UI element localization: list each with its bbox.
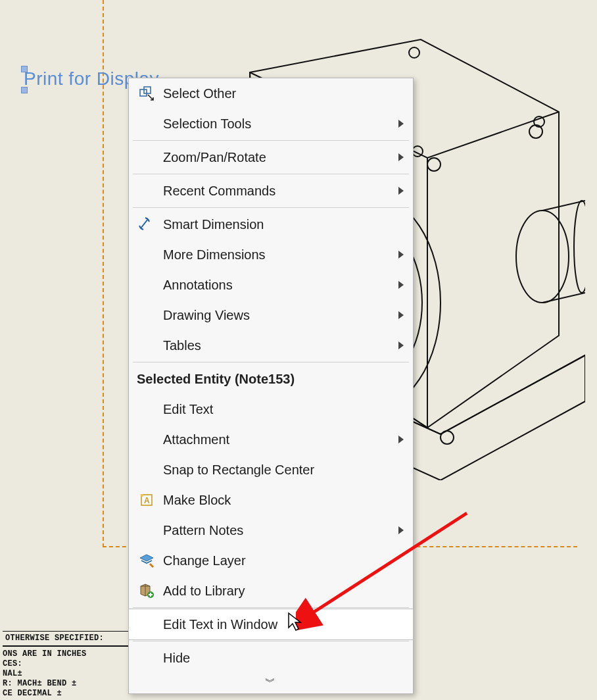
menu-select-other[interactable]: Select Other [129, 78, 413, 109]
menu-change-layer[interactable]: Change Layer [129, 545, 413, 576]
menu-recent-commands[interactable]: Recent Commands [129, 176, 413, 206]
menu-label: Tables [158, 338, 405, 353]
svg-point-7 [427, 158, 441, 171]
svg-rect-14 [140, 89, 147, 96]
svg-point-1 [574, 201, 585, 293]
menu-label: Make Block [158, 493, 405, 508]
menu-label: Annotations [158, 278, 405, 293]
menu-label: Recent Commands [158, 184, 405, 199]
menu-add-to-library[interactable]: Add to Library [129, 576, 413, 606]
menu-label: Edit Text in Window [158, 617, 405, 632]
menu-label: Zoom/Pan/Rotate [158, 150, 405, 165]
chevron-down-icon: ︾ [265, 676, 277, 688]
title-block: OTHERWISE SPECIFIED: ONS ARE IN INCHES C… [0, 628, 137, 700]
menu-label: Hide [158, 651, 405, 666]
svg-point-0 [516, 211, 569, 303]
select-other-icon [135, 86, 158, 101]
menu-label: Edit Text [158, 402, 405, 417]
menu-hide[interactable]: Hide [129, 643, 413, 673]
menu-more-dimensions[interactable]: More Dimensions [129, 239, 413, 270]
menu-annotations[interactable]: Annotations [129, 270, 413, 300]
svg-point-18 [141, 494, 143, 497]
title-block-header: OTHERWISE SPECIFIED: [3, 631, 134, 646]
menu-smart-dimension[interactable]: Smart Dimension [129, 209, 413, 239]
drawing-canvas[interactable]: Print for Display OTHERWISE SPECIFIED: O… [0, 0, 597, 700]
menu-separator [133, 140, 409, 141]
context-menu: Select Other Selection Tools Zoom/Pan/Ro… [128, 78, 414, 694]
menu-zoom-pan-rotate[interactable]: Zoom/Pan/Rotate [129, 142, 413, 172]
menu-selection-tools[interactable]: Selection Tools [129, 109, 413, 139]
menu-edit-text[interactable]: Edit Text [129, 394, 413, 424]
menu-label: Select Other [158, 86, 405, 101]
menu-expand-button[interactable]: ︾ [129, 673, 413, 693]
menu-label: Drawing Views [158, 308, 405, 323]
menu-label: Snap to Rectangle Center [158, 463, 405, 478]
smart-dimension-icon [135, 216, 158, 232]
make-block-icon: A [135, 492, 158, 508]
menu-attachment[interactable]: Attachment [129, 424, 413, 455]
menu-separator [133, 641, 409, 641]
menu-section-header: Selected Entity (Note153) [129, 364, 413, 394]
svg-text:A: A [144, 496, 150, 505]
menu-separator [133, 607, 409, 608]
menu-label: More Dimensions [158, 247, 405, 262]
add-to-library-icon [135, 583, 158, 599]
menu-label: Attachment [158, 432, 405, 447]
menu-label: Pattern Notes [158, 523, 405, 538]
svg-point-9 [441, 431, 454, 444]
menu-edit-text-in-window[interactable]: Edit Text in Window [128, 609, 414, 640]
svg-point-13 [412, 146, 423, 157]
svg-point-11 [409, 47, 419, 58]
menu-separator [133, 362, 409, 362]
svg-point-8 [529, 125, 542, 138]
title-block-body: ONS ARE IN INCHES CES: NAL± R: MACH± BEN… [3, 646, 134, 699]
menu-label: Selection Tools [158, 116, 405, 132]
svg-rect-15 [144, 87, 151, 93]
menu-label: Add to Library [158, 584, 405, 599]
menu-label: Smart Dimension [158, 217, 405, 232]
menu-separator [133, 207, 409, 208]
menu-tables[interactable]: Tables [129, 330, 413, 361]
menu-label: Change Layer [158, 553, 405, 568]
menu-snap-rectangle-center[interactable]: Snap to Rectangle Center [129, 455, 413, 485]
change-layer-icon [135, 553, 158, 568]
menu-make-block[interactable]: A Make Block [129, 485, 413, 515]
svg-point-12 [534, 116, 544, 127]
menu-pattern-notes[interactable]: Pattern Notes [129, 515, 413, 545]
menu-separator [133, 174, 409, 174]
menu-drawing-views[interactable]: Drawing Views [129, 300, 413, 330]
